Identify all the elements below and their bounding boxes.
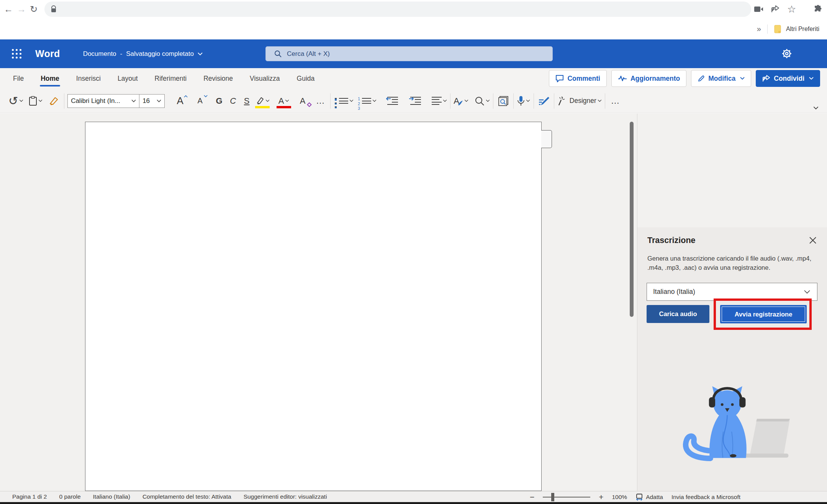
screen-edge (0, 502, 827, 504)
more-commands-button[interactable]: … (608, 93, 622, 109)
highlight-button[interactable] (254, 93, 271, 109)
extensions-icon[interactable] (814, 5, 822, 13)
browser-toolbar-right: ☆ ⋮ (754, 4, 827, 14)
grow-font-button[interactable]: A (173, 93, 187, 109)
settings-gear-icon[interactable] (780, 47, 793, 60)
chevron-down-icon (598, 99, 602, 102)
update-button[interactable]: Aggiornamento (611, 70, 686, 87)
browser-reload-button[interactable]: ↻ (30, 3, 38, 16)
browser-back-button[interactable]: ← (4, 3, 13, 16)
decrease-indent-button[interactable] (386, 93, 400, 109)
update-label: Aggiornamento (630, 75, 680, 83)
dictate-button[interactable] (517, 93, 531, 109)
font-color-swatch (277, 106, 291, 108)
panel-description: Genera una trascrizione caricando il fil… (647, 254, 820, 272)
zoom-slider-thumb[interactable] (551, 493, 554, 501)
styles-button[interactable]: A (454, 93, 468, 109)
collapse-ribbon-chevron[interactable] (813, 106, 819, 110)
address-bar[interactable] (44, 2, 751, 17)
designer-label: Designer (570, 97, 596, 105)
chevron-down-icon (526, 99, 530, 102)
close-icon[interactable] (809, 237, 817, 244)
chevron-down-icon (19, 99, 23, 102)
bold-button[interactable]: G (212, 93, 226, 109)
comments-button[interactable]: Commenti (549, 70, 607, 87)
italic-button[interactable]: C (226, 93, 240, 109)
tab-inserisci[interactable]: Inserisci (75, 68, 102, 89)
tab-visualizza[interactable]: Visualizza (248, 68, 281, 89)
more-formatting-button[interactable]: … (313, 93, 327, 109)
app-name[interactable]: Word (35, 48, 60, 59)
paste-button[interactable] (29, 93, 43, 109)
status-language[interactable]: Italiano (Italia) (93, 493, 130, 500)
tab-revisione[interactable]: Revisione (202, 68, 234, 89)
zoom-out-button[interactable]: − (530, 493, 534, 502)
vertical-scrollbar[interactable] (630, 122, 634, 317)
bookmarks-folder-label[interactable]: Altri Preferiti (786, 26, 819, 33)
search-input[interactable]: Cerca (Alt + X) (265, 46, 553, 61)
effects-diamond-icon (307, 102, 312, 107)
font-color-button[interactable]: A (275, 93, 293, 109)
font-size-combobox[interactable]: 16 (139, 94, 165, 108)
app-launcher-icon[interactable] (12, 49, 21, 59)
chevron-down-icon (131, 99, 136, 103)
browser-forward-button[interactable]: → (17, 3, 26, 16)
fit-page-button[interactable]: Adatta (635, 493, 663, 501)
bullet-list-icon (339, 96, 348, 105)
word-count[interactable]: 0 parole (59, 493, 81, 500)
document-title[interactable]: Documento - Salvataggio completato (83, 50, 203, 58)
zoom-level[interactable]: 100% (612, 494, 627, 501)
immersive-reader-button[interactable] (496, 93, 510, 109)
folder-icon (774, 25, 782, 33)
doc-dash: - (120, 50, 123, 58)
undo-button[interactable]: ↺ (8, 93, 23, 109)
text-effects-button[interactable]: A (296, 93, 310, 109)
alignment-button[interactable] (432, 93, 447, 109)
highlighter-icon (255, 97, 264, 105)
lock-icon (51, 5, 57, 13)
camera-icon[interactable] (754, 6, 763, 12)
edit-mode-button[interactable]: Modifica (691, 70, 751, 87)
language-select[interactable]: Italiano (Italia) (647, 283, 817, 301)
grow-font-icon: A (177, 95, 183, 107)
page-count[interactable]: Pagina 1 di 2 (12, 493, 47, 500)
comment-marker[interactable] (541, 130, 552, 148)
designer-button[interactable]: Designer (557, 93, 602, 109)
font-name-combobox[interactable]: Calibri Light (In... (67, 94, 139, 108)
underline-button[interactable]: S (240, 93, 254, 109)
chevron-down-icon (38, 99, 43, 102)
text-completion-status[interactable]: Completamento del testo: Attivata (142, 493, 231, 500)
tab-file[interactable]: File (11, 68, 25, 89)
zoom-in-button[interactable]: + (599, 493, 603, 502)
share-button[interactable]: Condividi (756, 70, 820, 87)
feedback-link[interactable]: Invia feedback a Microsoft (671, 494, 740, 501)
document-page[interactable] (85, 122, 542, 491)
magic-wand-icon (557, 96, 567, 106)
share-label: Condividi (774, 75, 804, 83)
numbered-list-button[interactable]: 123 (362, 93, 377, 109)
editor-canvas: Trascrizione Genera una trascrizione car… (0, 114, 827, 491)
editor-suggestions-status[interactable]: Suggerimenti editor: visualizzati (244, 493, 327, 500)
fit-page-label: Adatta (646, 494, 663, 501)
save-status: Salvataggio completato (126, 50, 194, 58)
start-recording-button[interactable]: Avvia registrazione (720, 305, 807, 323)
tab-guida[interactable]: Guida (295, 68, 316, 89)
bookmarks-overflow-chevron[interactable]: » (757, 24, 761, 33)
caret-up-icon (184, 95, 188, 98)
bookmark-star-icon[interactable]: ☆ (787, 4, 796, 14)
share-icon[interactable] (771, 5, 780, 13)
chevron-down-icon (372, 99, 377, 102)
increase-indent-button[interactable] (409, 93, 423, 109)
bullet-list-button[interactable] (339, 93, 354, 109)
tab-home[interactable]: Home (39, 68, 61, 89)
search-icon (274, 50, 282, 57)
tab-layout[interactable]: Layout (116, 68, 139, 89)
format-painter-button[interactable] (47, 93, 61, 109)
zoom-slider[interactable] (543, 497, 590, 497)
editor-button[interactable] (537, 93, 551, 109)
tab-riferimenti[interactable]: Riferimenti (153, 68, 188, 89)
chevron-down-icon (464, 99, 468, 102)
upload-audio-button[interactable]: Carica audio (647, 305, 709, 323)
shrink-font-button[interactable]: A (193, 93, 207, 109)
find-button[interactable] (475, 93, 490, 109)
